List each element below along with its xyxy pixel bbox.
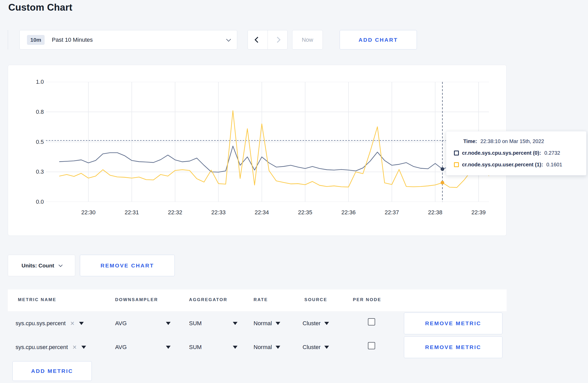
next-range-button[interactable] xyxy=(268,30,288,49)
caret-down-icon xyxy=(166,322,171,325)
time-range-pager xyxy=(248,30,288,49)
y-axis-label: 0.3 xyxy=(18,168,44,175)
add-chart-button[interactable]: ADD CHART xyxy=(340,30,417,49)
caret-down-icon xyxy=(233,346,237,349)
x-axis-label: 22:36 xyxy=(330,209,367,216)
chevron-right-icon xyxy=(274,37,281,43)
x-axis-label: 22:30 xyxy=(70,209,107,216)
remove-metric-button[interactable]: REMOVE METRIC xyxy=(404,313,502,334)
hover-dot-1 xyxy=(440,181,444,185)
x-axis-label: 22:34 xyxy=(244,209,280,216)
tooltip-time-label: Time: xyxy=(463,138,477,144)
metric-select-value: sys.cpu.user.percent xyxy=(16,344,68,351)
y-axis-label: 0.8 xyxy=(18,108,44,116)
rate-value: Normal xyxy=(254,344,272,351)
add-metric-button[interactable]: ADD METRIC xyxy=(12,361,92,381)
downsampler-value: AVG xyxy=(115,344,127,351)
chart-plot-area[interactable] xyxy=(46,82,489,202)
chevron-left-icon xyxy=(255,37,261,43)
tooltip-series-value: 0.2732 xyxy=(544,150,560,156)
downsampler-value: AVG xyxy=(115,320,127,327)
series-line-1 xyxy=(60,111,489,187)
hover-dot-0 xyxy=(440,167,444,171)
chart-card: 1.00.80.50.30.0 22:3022:3122:3222:3322:3… xyxy=(8,65,507,236)
downsampler-select[interactable]: AVG xyxy=(115,319,171,328)
remove-chart-button[interactable]: REMOVE CHART xyxy=(80,255,175,276)
metrics-table-header: METRIC NAME DOWNSAMPLER AGGREGATOR RATE … xyxy=(8,289,507,311)
clear-metric-icon[interactable]: × xyxy=(73,345,77,350)
metric-select[interactable]: sys.cpu.user.percent × xyxy=(16,343,86,352)
x-axis-label: 22:39 xyxy=(460,209,497,216)
legend-swatch-sys-icon xyxy=(454,151,459,155)
caret-down-icon xyxy=(233,322,237,325)
per-node-checkbox[interactable] xyxy=(368,342,375,349)
header-cell-aggregator: AGGREGATOR xyxy=(189,297,227,302)
time-window-select[interactable]: 10m Past 10 Minutes xyxy=(19,30,237,49)
aggregator-select[interactable]: SUM xyxy=(189,319,237,328)
header-cell-per-node: PER NODE xyxy=(353,297,381,302)
remove-metric-button[interactable]: REMOVE METRIC xyxy=(404,336,502,358)
tooltip-time-value: 22:38:10 on Mar 15th, 2022 xyxy=(480,138,544,144)
custom-chart-page: Custom Chart 10m Past 10 Minutes Now ADD… xyxy=(0,0,588,383)
caret-down-icon xyxy=(276,346,280,349)
caret-down-icon xyxy=(324,346,329,349)
clear-metric-icon[interactable]: × xyxy=(70,321,74,326)
prev-range-button[interactable] xyxy=(248,30,268,49)
rate-value: Normal xyxy=(254,320,272,327)
units-select[interactable]: Units: Count xyxy=(8,255,75,276)
chevron-down-icon xyxy=(226,37,231,41)
tooltip-series-label: cr.node.sys.cpu.sys.percent (0): xyxy=(462,150,541,156)
header-cell-metric-name: METRIC NAME xyxy=(18,297,57,302)
time-window-badge: 10m xyxy=(27,35,45,45)
tooltip-series-value: 0.1601 xyxy=(546,162,562,168)
time-window-label: Past 10 Minutes xyxy=(52,37,93,43)
caret-down-icon[interactable] xyxy=(79,322,84,325)
per-node-checkbox[interactable] xyxy=(368,318,375,325)
aggregator-value: SUM xyxy=(189,320,202,327)
header-cell-downsampler: DOWNSAMPLER xyxy=(115,297,158,302)
page-title: Custom Chart xyxy=(8,2,72,13)
now-button[interactable]: Now xyxy=(292,30,323,49)
y-axis-label: 1.0 xyxy=(18,78,44,86)
toolbar-divider xyxy=(8,30,8,49)
caret-down-icon xyxy=(324,322,329,325)
x-axis-label: 22:32 xyxy=(157,209,193,216)
source-select[interactable]: Cluster xyxy=(303,319,329,328)
source-select[interactable]: Cluster xyxy=(303,343,329,352)
rate-select[interactable]: Normal xyxy=(254,343,280,352)
x-axis-label: 22:35 xyxy=(287,209,323,216)
header-cell-rate: RATE xyxy=(254,297,268,302)
x-axis-label: 22:37 xyxy=(374,209,410,216)
legend-swatch-user-icon xyxy=(454,162,459,167)
metric-select[interactable]: sys.cpu.sys.percent × xyxy=(16,319,84,328)
chart-hover-tooltip: Time: 22:38:10 on Mar 15th, 2022 cr.node… xyxy=(446,131,586,175)
aggregator-value: SUM xyxy=(189,344,202,351)
units-select-value: Units: Count xyxy=(22,263,54,269)
rate-select[interactable]: Normal xyxy=(254,319,280,328)
header-cell-source: SOURCE xyxy=(304,297,327,302)
x-axis-label: 22:38 xyxy=(417,209,453,216)
series-line-0 xyxy=(60,146,489,172)
metric-select-value: sys.cpu.sys.percent xyxy=(16,320,66,327)
y-axis-label: 0.5 xyxy=(18,138,44,146)
x-axis-label: 22:31 xyxy=(114,209,150,216)
caret-down-icon[interactable] xyxy=(81,346,86,349)
downsampler-select[interactable]: AVG xyxy=(115,343,171,352)
caret-down-icon xyxy=(276,322,280,325)
chevron-down-icon xyxy=(59,263,63,267)
y-axis-label: 0.0 xyxy=(18,198,44,205)
x-axis-label: 22:33 xyxy=(200,209,237,216)
aggregator-select[interactable]: SUM xyxy=(189,343,237,352)
chart-canvas[interactable] xyxy=(46,82,489,202)
tooltip-series-label: cr.node.sys.cpu.user.percent (1): xyxy=(462,162,543,168)
source-value: Cluster xyxy=(303,344,321,351)
caret-down-icon xyxy=(166,346,171,349)
source-value: Cluster xyxy=(303,320,321,327)
